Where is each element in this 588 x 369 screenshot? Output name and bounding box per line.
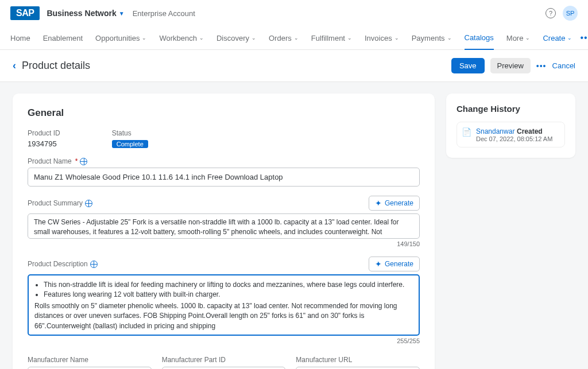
overflow-menu-icon[interactable]: •••	[580, 33, 588, 43]
sap-logo: SAP	[10, 6, 40, 20]
generate-description-button[interactable]: ✦Generate	[369, 257, 420, 271]
globe-icon[interactable]	[85, 200, 92, 207]
help-icon[interactable]: ?	[546, 8, 556, 18]
product-id-value: 1934795	[28, 139, 60, 148]
preview-button[interactable]: Preview	[490, 58, 531, 73]
globe-icon[interactable]	[90, 261, 98, 268]
nav-fulfillment[interactable]: Fulfillment⌄	[311, 27, 352, 49]
bn-title[interactable]: Business Network	[47, 9, 116, 18]
nav-home[interactable]: Home	[10, 27, 30, 49]
action-overflow-icon[interactable]: •••	[536, 61, 547, 71]
general-heading: General	[28, 107, 420, 119]
nav-catalogs[interactable]: Catalogs	[465, 26, 494, 50]
generate-summary-button[interactable]: ✦Generate	[369, 196, 420, 211]
summary-char-count: 149/150	[28, 240, 420, 247]
history-entry: 📄 Snandanwar Created Dec 07, 2022, 08:05…	[457, 122, 565, 147]
description-char-count: 255/255	[28, 337, 420, 344]
spark-icon: ✦	[375, 199, 382, 208]
bn-dropdown-caret[interactable]: ▼	[119, 10, 125, 17]
create-menu[interactable]: Create⌄	[543, 34, 572, 42]
product-description-label: Product Description	[28, 260, 98, 268]
history-action: Created	[517, 127, 543, 135]
mfr-part-label: Manufacturer Part ID	[162, 356, 286, 364]
product-description-textarea[interactable]: This non-straddle lift is ideal for feed…	[28, 274, 420, 336]
product-id-label: Product ID	[28, 129, 60, 137]
avatar[interactable]: SP	[563, 6, 578, 21]
nav-invoices[interactable]: Invoices⌄	[365, 27, 399, 49]
product-name-input[interactable]	[28, 168, 420, 187]
nav-enablement[interactable]: Enablement	[43, 27, 83, 49]
product-name-label: Product Name*	[28, 157, 420, 165]
account-type: Enterprise Account	[133, 9, 195, 18]
mfr-name-label: Manufacturer Name	[28, 356, 152, 364]
spark-icon: ✦	[375, 259, 382, 269]
history-user[interactable]: Snandanwar	[476, 127, 514, 135]
cancel-button[interactable]: Cancel	[552, 61, 575, 70]
nav-more[interactable]: More⌄	[506, 27, 531, 49]
page-title: Product details	[22, 60, 90, 72]
status-badge: Complete	[112, 140, 148, 148]
change-history-heading: Change History	[457, 104, 565, 114]
mfr-url-label: Manufacturer URL	[296, 356, 420, 364]
globe-icon[interactable]	[80, 158, 87, 165]
product-summary-textarea[interactable]: The CW Series - Adjustable 25" Fork is a…	[28, 213, 420, 239]
mfr-url-input[interactable]	[296, 367, 420, 369]
nav-orders[interactable]: Orders⌄	[269, 27, 299, 49]
nav-discovery[interactable]: Discovery⌄	[216, 27, 256, 49]
nav-payments[interactable]: Payments⌄	[412, 27, 452, 49]
save-button[interactable]: Save	[451, 58, 485, 73]
document-icon: 📄	[462, 127, 471, 137]
nav-opportunities[interactable]: Opportunities⌄	[95, 27, 146, 49]
back-arrow-icon[interactable]: ‹	[13, 60, 16, 72]
nav-workbench[interactable]: Workbench⌄	[159, 27, 204, 49]
mfr-name-select[interactable]	[28, 367, 152, 369]
history-timestamp: Dec 07, 2022, 08:05:12 AM	[476, 135, 552, 142]
status-label: Status	[112, 129, 148, 137]
product-summary-label: Product Summary	[28, 199, 92, 207]
mfr-part-input[interactable]	[162, 367, 286, 369]
